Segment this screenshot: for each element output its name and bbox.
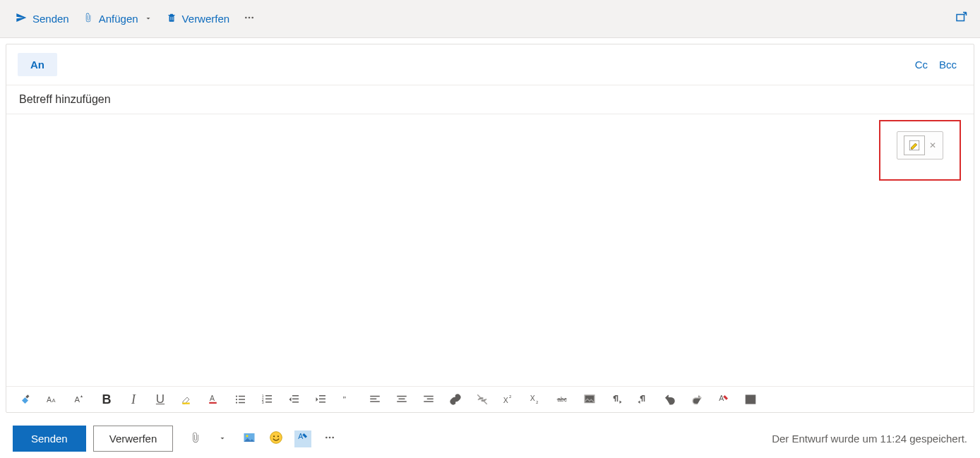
insert-picture-button[interactable] — [241, 430, 258, 447]
bullet-list-button[interactable] — [234, 392, 248, 406]
more-icon — [324, 432, 335, 445]
format-painter-icon[interactable] — [19, 392, 33, 406]
svg-rect-28 — [319, 402, 325, 403]
attach-dropdown-button[interactable] — [214, 430, 231, 447]
attach-bottom-button[interactable] — [187, 430, 204, 447]
formatting-toolbar: AA A▴ B I U A 123 ” X2 X2 abc A — [6, 386, 974, 412]
insert-image-button[interactable] — [582, 392, 597, 406]
svg-rect-30 — [370, 396, 380, 397]
emoji-icon — [269, 430, 283, 447]
body-area: ✕ — [6, 114, 974, 386]
chevron-down-icon — [218, 433, 227, 445]
chevron-down-icon — [144, 13, 153, 25]
popout-icon — [955, 15, 967, 26]
svg-point-1 — [249, 17, 251, 19]
svg-point-2 — [251, 17, 253, 19]
paperclip-icon — [83, 12, 93, 25]
to-button[interactable]: An — [18, 53, 57, 76]
formatting-icon: A — [297, 431, 309, 446]
bcc-button[interactable]: Bcc — [933, 56, 962, 73]
discard-button[interactable]: Verwerfen — [93, 426, 174, 452]
font-size-icon[interactable]: A▴ — [73, 392, 87, 406]
svg-rect-18 — [265, 395, 272, 397]
rtl-button[interactable] — [636, 392, 650, 406]
svg-text:2: 2 — [509, 394, 512, 399]
align-right-button[interactable] — [422, 392, 436, 406]
svg-point-59 — [325, 437, 328, 439]
svg-point-57 — [277, 435, 279, 437]
svg-text:X: X — [530, 394, 535, 402]
popout-button[interactable] — [950, 7, 972, 30]
svg-text:2: 2 — [536, 400, 539, 404]
more-icon — [244, 12, 255, 25]
svg-rect-8 — [182, 403, 190, 404]
svg-rect-22 — [265, 402, 272, 403]
addon-widget[interactable]: ✕ — [897, 131, 943, 159]
addon-close-icon[interactable]: ✕ — [929, 140, 936, 150]
quote-button[interactable]: ” — [341, 392, 355, 406]
font-family-icon[interactable]: AA — [46, 392, 60, 406]
svg-rect-32 — [370, 401, 380, 402]
send-button-label: Senden — [31, 433, 68, 445]
svg-rect-35 — [397, 401, 407, 402]
svg-point-54 — [246, 435, 249, 437]
table-button[interactable] — [743, 392, 758, 406]
ltr-button[interactable] — [609, 392, 623, 406]
superscript-button[interactable]: X2 — [502, 392, 516, 406]
svg-text:abc: abc — [558, 397, 567, 403]
clear-format-button[interactable]: A — [717, 392, 731, 406]
svg-rect-48 — [746, 395, 755, 404]
strikethrough-button[interactable]: abc — [556, 392, 570, 406]
font-color-button[interactable]: A — [207, 392, 221, 406]
compose-note-icon — [904, 135, 925, 155]
send-button[interactable]: Senden — [13, 426, 86, 452]
svg-rect-36 — [424, 396, 434, 397]
svg-rect-27 — [319, 399, 325, 400]
svg-rect-20 — [265, 399, 272, 400]
send-top-button[interactable]: Senden — [8, 8, 76, 30]
subscript-button[interactable]: X2 — [529, 392, 543, 406]
align-center-button[interactable] — [395, 392, 409, 406]
discard-top-label: Verwerfen — [182, 13, 230, 25]
unlink-button[interactable] — [475, 392, 489, 406]
svg-rect-16 — [239, 402, 245, 404]
redo-button[interactable] — [690, 392, 704, 406]
body-editor[interactable] — [18, 124, 962, 376]
bold-button[interactable]: B — [100, 392, 114, 406]
svg-text:A: A — [299, 432, 304, 440]
underline-button[interactable]: U — [153, 392, 167, 406]
svg-rect-26 — [319, 395, 325, 397]
svg-rect-34 — [399, 399, 405, 400]
number-list-button[interactable]: 123 — [261, 392, 275, 406]
attach-top-label: Anfügen — [99, 13, 138, 25]
subject-row — [6, 85, 974, 114]
bottom-icon-row: A — [187, 430, 338, 447]
svg-rect-23 — [292, 395, 299, 397]
svg-point-0 — [245, 17, 247, 19]
svg-point-13 — [236, 399, 237, 400]
svg-rect-14 — [239, 399, 245, 400]
link-button[interactable] — [448, 392, 462, 406]
discard-button-label: Verwerfen — [109, 433, 157, 445]
cc-button[interactable]: Cc — [909, 56, 933, 73]
attach-top-button[interactable]: Anfügen — [76, 8, 160, 30]
more-bottom-button[interactable] — [321, 430, 338, 447]
italic-button[interactable]: I — [126, 392, 141, 406]
more-top-button[interactable] — [237, 8, 262, 30]
to-label: An — [30, 59, 44, 71]
toggle-formatting-button[interactable]: A — [294, 430, 311, 447]
subject-input[interactable] — [18, 92, 962, 107]
bottom-action-bar: Senden Verwerfen A Der Entwurf wurde um … — [0, 418, 980, 458]
highlight-button[interactable] — [180, 392, 194, 406]
trash-icon — [167, 12, 177, 25]
recipients-row: An Cc Bcc — [6, 44, 974, 85]
undo-button[interactable] — [663, 392, 677, 406]
indent-button[interactable] — [314, 392, 328, 406]
svg-point-55 — [270, 432, 282, 444]
outdent-button[interactable] — [287, 392, 301, 406]
emoji-button[interactable] — [268, 430, 285, 447]
to-input[interactable] — [57, 53, 909, 76]
align-left-button[interactable] — [368, 392, 382, 406]
discard-top-button[interactable]: Verwerfen — [160, 8, 237, 30]
addon-highlight-box: ✕ — [879, 120, 961, 181]
